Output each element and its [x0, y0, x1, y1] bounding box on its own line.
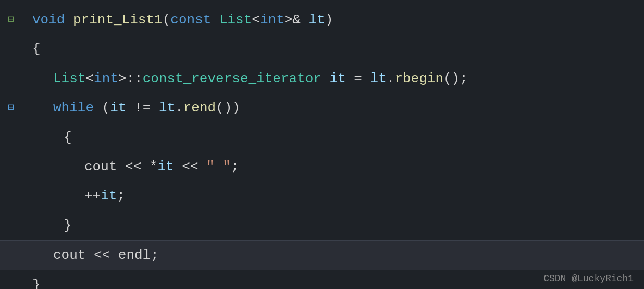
var-lt2: lt — [159, 98, 175, 117]
indent-line-7 — [11, 181, 11, 210]
code-line-4: while ( it != lt . rend ()) — [22, 93, 644, 122]
semi2: ; — [117, 186, 125, 205]
deref: * — [150, 157, 158, 176]
line-8: } — [0, 211, 644, 240]
space-2 — [211, 10, 219, 29]
var-it2: it — [110, 98, 126, 117]
assign: = — [346, 69, 370, 88]
keyword-int2: int — [94, 69, 118, 88]
gutter-2 — [0, 34, 22, 64]
dot1: . — [387, 69, 395, 88]
angle-close: >& — [284, 10, 309, 29]
code-container: ⊟ void print_List1 ( const List < int >&… — [0, 0, 644, 289]
line-7: ++ it ; — [0, 181, 644, 210]
code-line-5: { — [22, 123, 644, 152]
paren-open: ( — [163, 10, 171, 29]
shift3: << — [85, 246, 118, 265]
type-list2: List — [53, 69, 85, 88]
endl: endl — [118, 246, 151, 265]
incr-op: ++ — [84, 186, 101, 205]
gutter-10 — [0, 270, 22, 289]
type-iterator: const_reverse_iterator — [143, 69, 321, 88]
code-line-8: } — [22, 211, 644, 240]
param-lt: lt — [309, 10, 325, 29]
fn-rbegin: rbegin — [394, 69, 443, 88]
space-1 — [65, 10, 73, 29]
keyword-const: const — [170, 10, 211, 29]
angle-int: < — [252, 10, 260, 29]
indent-line-6 — [11, 152, 11, 181]
gutter-6 — [0, 152, 22, 181]
open-brace: { — [32, 40, 41, 58]
code-line-7: ++ it ; — [22, 181, 644, 210]
code-line-3: List < int >:: const_reverse_iterator it… — [22, 64, 644, 93]
code-line-9: cout << endl ; — [22, 241, 644, 270]
keyword-while: while — [53, 98, 94, 117]
var-it3: it — [157, 157, 174, 176]
space-while: ( — [94, 98, 110, 117]
indent-line-2 — [11, 34, 11, 64]
indent-line-4 — [11, 93, 11, 122]
gutter-5 — [0, 123, 22, 152]
line-6: cout << * it << " " ; — [0, 152, 644, 181]
var-it4: it — [101, 186, 117, 205]
angle-int2: < — [85, 69, 94, 88]
fn-rend: rend — [183, 98, 216, 117]
indent-line-5 — [11, 123, 11, 152]
indent-line-9 — [11, 241, 11, 270]
line-3: List < int >:: const_reverse_iterator it… — [0, 64, 644, 93]
type-list: List — [219, 10, 252, 29]
keyword-int: int — [260, 10, 284, 29]
gutter-9 — [0, 241, 22, 270]
inner-open-brace: { — [64, 128, 72, 147]
gutter-1: ⊟ — [0, 5, 22, 34]
paren-close: ) — [325, 10, 333, 29]
indent-line-8 — [11, 211, 11, 240]
function-name: print_List1 — [73, 10, 163, 29]
var-lt: lt — [370, 69, 387, 88]
keyword-void: void — [32, 10, 65, 29]
code-area: ⊟ void print_List1 ( const List < int >&… — [0, 0, 644, 289]
watermark: CSDN @LuckyRich1 — [543, 273, 634, 284]
code-line-2: { — [22, 34, 644, 64]
indent-line-10 — [11, 270, 11, 289]
outer-close-brace: } — [32, 275, 41, 289]
code-line-1: void print_List1 ( const List < int >& l… — [22, 5, 644, 34]
angle-close2: >:: — [118, 69, 143, 88]
shift2: << — [174, 157, 206, 176]
string-space: " " — [206, 157, 231, 176]
line-2: { — [0, 34, 644, 64]
semi1: ; — [231, 157, 239, 176]
cout2: cout — [53, 246, 85, 265]
semi3: ; — [151, 246, 159, 265]
shift1: << — [117, 157, 149, 176]
space-it — [321, 69, 330, 88]
call2: ()) — [216, 98, 240, 117]
gutter-7 — [0, 181, 22, 210]
line-5: { — [0, 123, 644, 152]
neq: != — [126, 98, 158, 117]
line-1: ⊟ void print_List1 ( const List < int >&… — [0, 5, 644, 34]
indent-line-3 — [11, 64, 11, 93]
collapse-icon-1[interactable]: ⊟ — [8, 15, 14, 25]
line-4: ⊟ while ( it != lt . rend ()) — [0, 93, 644, 122]
var-it: it — [330, 69, 346, 88]
call1: (); — [443, 69, 468, 88]
gutter-4: ⊟ — [0, 93, 22, 122]
code-line-6: cout << * it << " " ; — [22, 152, 644, 181]
cout1: cout — [84, 157, 117, 176]
inner-close-brace: } — [64, 216, 72, 235]
gutter-3 — [0, 64, 22, 93]
gutter-8 — [0, 211, 22, 240]
dot2: . — [175, 98, 183, 117]
line-9-highlighted: cout << endl ; — [0, 240, 644, 270]
